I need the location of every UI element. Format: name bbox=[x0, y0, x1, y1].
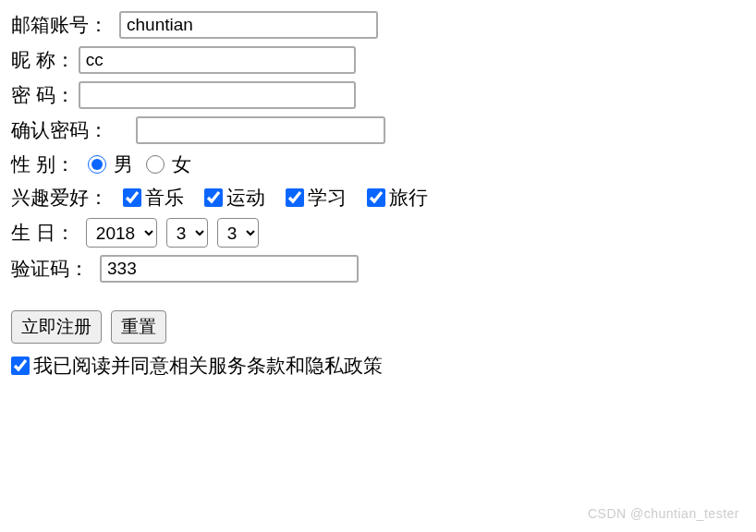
row-confirm: 确认密码： bbox=[11, 116, 745, 144]
hobby-study-label: 学习 bbox=[308, 185, 347, 211]
option-female: 女 bbox=[172, 151, 191, 177]
row-nickname: 昵 称： bbox=[11, 46, 745, 74]
option-male: 男 bbox=[114, 151, 133, 177]
radio-female[interactable] bbox=[146, 155, 165, 174]
select-day[interactable]: 3 bbox=[217, 218, 259, 248]
input-confirm[interactable] bbox=[136, 116, 385, 144]
row-buttons: 立即注册 重置 bbox=[11, 310, 745, 344]
hobby-sport-label: 运动 bbox=[226, 185, 265, 211]
input-email[interactable] bbox=[119, 11, 378, 39]
checkbox-hobby-study[interactable] bbox=[286, 188, 304, 207]
label-gender: 性 别： bbox=[11, 151, 75, 177]
hobby-travel-label: 旅行 bbox=[389, 185, 428, 211]
label-hobby: 兴趣爱好： bbox=[11, 185, 108, 211]
label-captcha: 验证码： bbox=[11, 256, 89, 282]
input-nickname[interactable] bbox=[79, 46, 356, 74]
checkbox-agree[interactable] bbox=[11, 357, 30, 375]
select-month[interactable]: 3 bbox=[166, 218, 208, 248]
row-agree: 我已阅读并同意相关服务条款和隐私政策 bbox=[11, 353, 745, 379]
submit-button[interactable]: 立即注册 bbox=[11, 310, 102, 344]
checkbox-hobby-sport[interactable] bbox=[204, 188, 223, 207]
row-gender: 性 别： 男 女 bbox=[11, 151, 745, 177]
row-captcha: 验证码： bbox=[11, 255, 745, 283]
row-email: 邮箱账号： bbox=[11, 11, 745, 39]
input-password[interactable] bbox=[79, 81, 356, 109]
label-confirm: 确认密码： bbox=[11, 117, 108, 143]
reset-button[interactable]: 重置 bbox=[111, 310, 166, 344]
checkbox-hobby-music[interactable] bbox=[123, 188, 141, 207]
label-password: 密 码： bbox=[11, 82, 75, 108]
row-password: 密 码： bbox=[11, 81, 745, 109]
label-nickname: 昵 称： bbox=[11, 47, 75, 73]
row-birthday: 生 日： 2018 3 3 bbox=[11, 218, 745, 248]
input-captcha[interactable] bbox=[100, 255, 359, 283]
agree-label: 我已阅读并同意相关服务条款和隐私政策 bbox=[33, 353, 383, 379]
select-year[interactable]: 2018 bbox=[86, 218, 157, 248]
label-birthday: 生 日： bbox=[11, 220, 75, 246]
row-hobby: 兴趣爱好： 音乐 运动 学习 旅行 bbox=[11, 185, 745, 211]
checkbox-hobby-travel[interactable] bbox=[367, 188, 385, 207]
radio-male[interactable] bbox=[88, 155, 106, 174]
hobby-music-label: 音乐 bbox=[145, 185, 184, 211]
label-email: 邮箱账号： bbox=[11, 12, 108, 38]
